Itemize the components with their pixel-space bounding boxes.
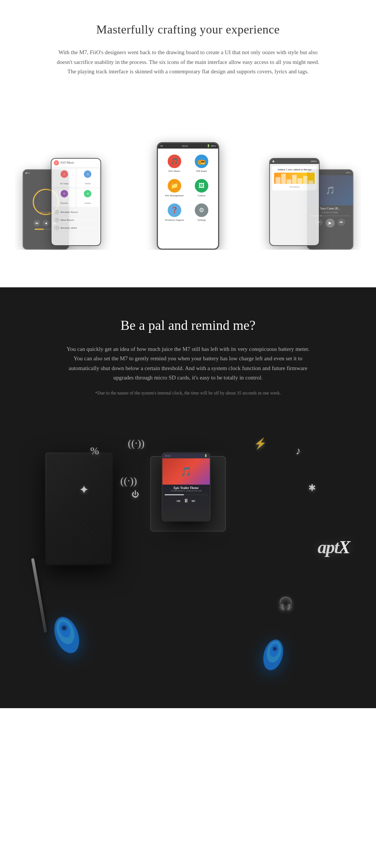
settings-icon: ⚙ — [195, 203, 208, 217]
notify-status-bar: ◉ 100% — [270, 159, 319, 164]
earbud-left — [45, 609, 90, 666]
fmradio-label: FM Radio — [196, 170, 207, 173]
cube-controls: ⏮ ⏸ ⏭ — [162, 496, 210, 505]
battery-title: Be a pal and remind me? — [15, 317, 361, 333]
genres-icon: ♬ — [84, 190, 91, 197]
battery-section: Be a pal and remind me? You can quickly … — [0, 287, 376, 708]
crafting-section: Masterfully crafting your experience Wit… — [0, 0, 376, 287]
device-left: F FiiO Music ♪ All songs ♫ Artists — [51, 158, 101, 246]
settings-label: Settings — [197, 219, 206, 222]
artists-label: Artists — [85, 182, 91, 185]
most-played-label: Most Played — [61, 219, 74, 222]
lib-grid: ♪ All songs ♫ Artists ≡ Playlists ♬ — [52, 167, 100, 208]
techsupport-icon: ❓ — [168, 203, 181, 217]
fiiomusic-label: FiiO Music — [168, 170, 180, 173]
cube-progress — [165, 494, 208, 495]
cube-album-art: 🎵 — [162, 458, 210, 484]
recently-played-item[interactable]: ⟳ Recently Played — [52, 208, 100, 216]
playlists-label: Playlists — [61, 202, 68, 204]
fmradio-menu-item[interactable]: 📻 FM Radio — [188, 152, 215, 176]
eq-bar-7 — [308, 181, 313, 184]
player-play-btn[interactable]: ▶ — [326, 219, 335, 228]
menu-battery: 🔋 88% — [207, 144, 216, 147]
bitrate-display: 5644kbps — [274, 185, 315, 188]
filemanage-label: File Management — [165, 194, 183, 197]
menu-time: 16:21 — [182, 144, 188, 147]
percent-icon: % — [90, 445, 99, 457]
cube-progress-fill — [165, 494, 184, 495]
dial-numbers: 107.0 108.0 — [39, 211, 52, 214]
stylus-pen — [31, 558, 47, 632]
lib-header: F FiiO Music — [52, 159, 100, 167]
screen-notify: ◉ 100% Added, 1 new added to library — [270, 159, 319, 245]
earbud-right-svg — [256, 633, 291, 676]
lib-all-songs[interactable]: ♪ All songs — [53, 169, 76, 187]
earbud-right — [255, 633, 291, 680]
cube-screen: 16:21 🔋 🎵 Epic Trailer Theme AUDIOBILITY… — [162, 453, 210, 520]
aptx-cube-container: 16:21 🔋 🎵 Epic Trailer Theme AUDIOBILITY… — [128, 434, 248, 554]
cube-phone-frame: 16:21 🔋 🎵 Epic Trailer Theme AUDIOBILITY… — [162, 452, 211, 521]
fiio-icon: F — [54, 160, 59, 165]
rew-btn[interactable]: ◀ — [42, 220, 49, 226]
phone-frame-2: F FiiO Music ♪ All songs ♫ Artists — [51, 158, 101, 246]
eq-bar-1 — [276, 177, 280, 184]
recently-added-label: Recently added — [61, 226, 77, 229]
cube-time: 16:21 — [165, 454, 171, 457]
cube-battery: 🔋 — [204, 454, 208, 457]
aptx-text: apt — [318, 537, 338, 557]
playlists-icon: ≡ — [61, 190, 68, 197]
recently-added-item[interactable]: ⟳ Recently added — [52, 224, 100, 232]
techsupport-menu-item[interactable]: ❓ Technical Support — [161, 200, 188, 225]
eq-bar-2 — [281, 174, 286, 184]
crafting-body: With the M7, FiiO's designers went back … — [56, 48, 320, 77]
battery-footnote: *Due to the nature of the system's inter… — [75, 390, 301, 396]
menu-signal: 29 — [160, 144, 163, 147]
battery-device-area: aptX % ((·)) ⚡ ♪ ✦ ((·)) ⏻ ✱ 🎧 16:21 🔋 — [15, 415, 361, 678]
eq-bar-6 — [303, 176, 308, 184]
cube-prev-btn[interactable]: ⏮ — [177, 499, 180, 503]
notify-battery: 100% — [311, 160, 317, 163]
notify-card: Added, 1 new added to library — [272, 166, 317, 190]
phone-frame-3: 29 16:21 🔋 88% 🎵 FiiO Music 📻 FM Radio — [157, 142, 219, 250]
devices-showcase: ◀ 56 107.0 108.0 ⏮ ◀ ▶ — [15, 92, 361, 250]
cube-artist: AUDIOBILITY, TABLE-FILLER — [165, 489, 208, 492]
usb-icon: ⚡ — [254, 437, 267, 450]
volume-fill — [35, 229, 44, 230]
vol-indicator: ◀ 56 — [25, 171, 30, 175]
filemanage-icon: 📁 — [168, 179, 181, 193]
screen-menu: 29 16:21 🔋 88% 🎵 FiiO Music 📻 FM Radio — [158, 143, 218, 249]
eq-bars — [274, 173, 315, 184]
gallery-menu-item[interactable]: 🖼 Gallery — [188, 176, 215, 200]
crafting-title: Masterfully crafting your experience — [15, 23, 361, 36]
gallery-icon: 🖼 — [195, 179, 208, 193]
settings-menu-item[interactable]: ⚙ Settings — [188, 200, 215, 225]
cube-play-btn[interactable]: ⏸ — [183, 498, 189, 504]
lib-artists[interactable]: ♫ Artists — [77, 169, 99, 187]
music-note-icon: ♪ — [296, 445, 301, 457]
eq-visualizer — [274, 173, 315, 184]
player-next-btn[interactable]: ⏭ — [338, 219, 345, 226]
most-played-item[interactable]: ⟳ Most Played — [52, 216, 100, 224]
fiiomusic-icon: 🎵 — [168, 155, 181, 168]
gallery-label: Gallery — [198, 194, 206, 197]
techsupport-label: Technical Support — [165, 219, 184, 222]
lib-playlists[interactable]: ≡ Playlists — [53, 188, 76, 207]
device-center: 29 16:21 🔋 88% 🎵 FiiO Music 📻 FM Radio — [157, 142, 219, 250]
cube-next-btn[interactable]: ⏭ — [192, 499, 196, 503]
star-icon: ✱ — [308, 483, 316, 493]
recently-played-icon: ⟳ — [55, 210, 59, 214]
bluetooth-icon: ✦ — [79, 483, 89, 497]
fiiomusic-menu-item[interactable]: 🎵 FiiO Music — [161, 152, 188, 176]
cube-screen-header: 16:21 🔋 — [162, 453, 210, 458]
lib-title: FiiO Music — [61, 161, 74, 164]
prev-btn[interactable]: ⏮ — [33, 220, 40, 226]
filemanage-menu-item[interactable]: 📁 File Management — [161, 176, 188, 200]
cube-track-info: Epic Trailer Theme AUDIOBILITY, TABLE-FI… — [162, 484, 210, 493]
device-right: ◉ 100% Added, 1 new added to library — [269, 158, 320, 246]
eq-bar-4 — [292, 175, 297, 184]
lib-genres[interactable]: ♬ Genres — [77, 188, 99, 207]
player-battery: 99% — [346, 171, 351, 174]
artists-icon: ♫ — [84, 170, 91, 178]
eq-bar-5 — [297, 178, 302, 184]
notify-title: Added, 1 new added to library — [274, 168, 315, 171]
